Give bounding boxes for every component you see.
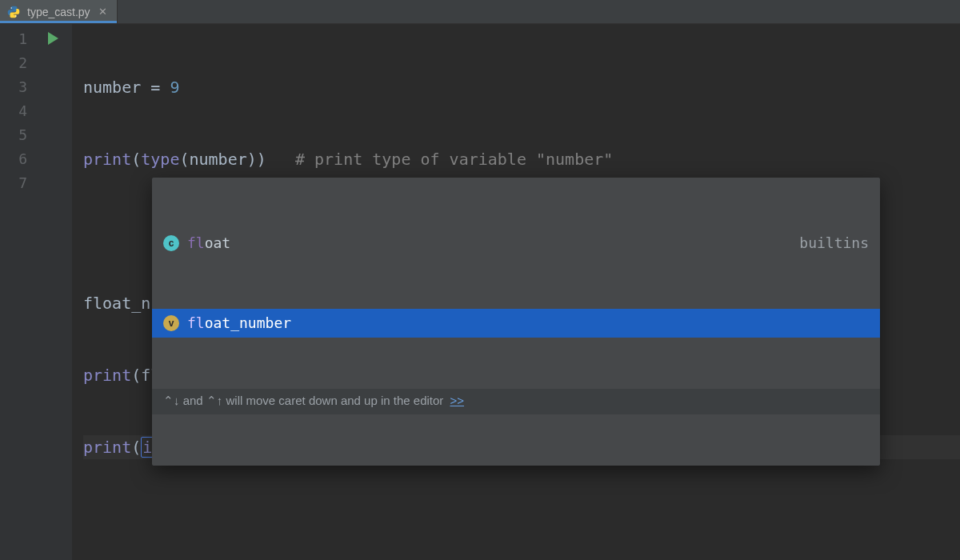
tab-bar: type_cast.py ✕ <box>0 0 960 24</box>
svg-point-0 <box>10 7 11 8</box>
code-area[interactable]: number = 9 print(type(number)) # print t… <box>72 24 960 560</box>
completion-popup: c float builtins v float_number ⌃↓ and ⌃… <box>152 178 880 466</box>
run-gutter <box>34 24 72 560</box>
run-icon[interactable] <box>45 30 61 46</box>
line-number[interactable]: 5 <box>0 123 27 147</box>
code-line[interactable]: print(type(number)) # print type of vari… <box>83 147 960 171</box>
line-number[interactable]: 4 <box>0 99 27 123</box>
completion-item[interactable]: c float builtins <box>152 229 880 258</box>
code-line[interactable] <box>83 507 960 531</box>
line-number[interactable]: 1 <box>0 27 27 51</box>
line-number[interactable]: 2 <box>0 51 27 75</box>
completion-hint-link[interactable]: >> <box>450 388 465 414</box>
tab-filename: type_cast.py <box>27 6 90 18</box>
svg-point-1 <box>15 15 16 16</box>
python-file-icon <box>6 5 21 19</box>
active-tab-indicator <box>0 21 117 23</box>
completion-source: builtins <box>799 230 869 256</box>
line-number-gutter: 1 2 3 4 5 6 7 <box>0 24 34 560</box>
completion-hint: ⌃↓ and ⌃↑ will move caret down and up in… <box>152 389 880 414</box>
close-tab-icon[interactable]: ✕ <box>97 6 109 18</box>
completion-item-selected[interactable]: v float_number <box>152 309 880 338</box>
line-number[interactable]: 6 <box>0 147 27 171</box>
file-tab[interactable]: type_cast.py ✕ <box>0 0 118 23</box>
variable-badge-icon: v <box>163 315 179 331</box>
class-badge-icon: c <box>163 235 179 251</box>
line-number[interactable]: 3 <box>0 75 27 99</box>
code-line[interactable]: number = 9 <box>83 75 960 99</box>
editor: 1 2 3 4 5 6 7 number = 9 print(type(numb… <box>0 24 960 560</box>
line-number[interactable]: 7 <box>0 171 27 195</box>
